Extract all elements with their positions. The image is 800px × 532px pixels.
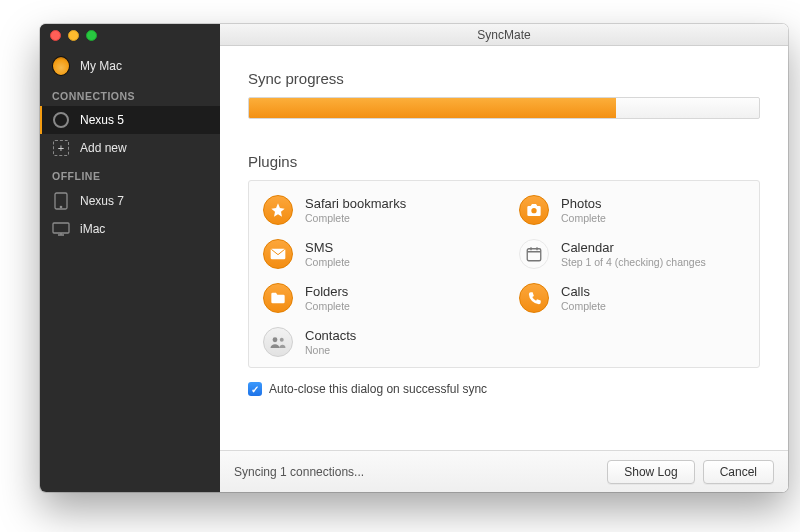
sync-progress-title: Sync progress bbox=[248, 70, 760, 87]
plugin-status: Complete bbox=[561, 300, 606, 312]
autoclose-checkbox[interactable]: ✓ bbox=[248, 382, 262, 396]
plugin-name: Calendar bbox=[561, 240, 706, 255]
maximize-window-button[interactable] bbox=[86, 30, 97, 41]
footer-status: Syncing 1 connections... bbox=[234, 465, 364, 479]
camera-icon bbox=[519, 195, 549, 225]
tablet-icon bbox=[52, 192, 70, 210]
content: Sync progress Plugins Safari bookmarksCo… bbox=[220, 46, 788, 450]
plugin-name: Photos bbox=[561, 196, 606, 211]
plugin-status: None bbox=[305, 344, 356, 356]
desktop-icon bbox=[52, 222, 70, 236]
sync-ring-icon bbox=[52, 112, 70, 128]
window-title: SyncMate bbox=[477, 28, 530, 42]
cancel-button[interactable]: Cancel bbox=[703, 460, 774, 484]
autoclose-row[interactable]: ✓ Auto-close this dialog on successful s… bbox=[248, 382, 760, 396]
avatar-icon bbox=[52, 56, 70, 76]
folder-icon bbox=[263, 283, 293, 313]
plugin-name: Contacts bbox=[305, 328, 356, 343]
sidebar-header-connections: CONNECTIONS bbox=[40, 82, 220, 106]
plugins-box: Safari bookmarksCompletePhotosCompleteSM… bbox=[248, 180, 760, 368]
sidebar-item-label: Nexus 7 bbox=[80, 194, 124, 208]
contacts-icon bbox=[263, 327, 293, 357]
app-window: My Mac CONNECTIONS Nexus 5 + Add new OFF… bbox=[40, 24, 788, 492]
close-window-button[interactable] bbox=[50, 30, 61, 41]
star-icon bbox=[263, 195, 293, 225]
plugin-name: SMS bbox=[305, 240, 350, 255]
title-bar: SyncMate bbox=[220, 24, 788, 46]
svg-rect-5 bbox=[527, 249, 541, 261]
plugin-item[interactable]: Safari bookmarksComplete bbox=[263, 195, 489, 225]
window-controls bbox=[40, 24, 220, 46]
autoclose-label: Auto-close this dialog on successful syn… bbox=[269, 382, 487, 396]
plugin-item[interactable]: CallsComplete bbox=[519, 283, 745, 313]
sidebar-item-label: Nexus 5 bbox=[80, 113, 124, 127]
sidebar-header-offline: OFFLINE bbox=[40, 162, 220, 186]
sidebar-item-mymac[interactable]: My Mac bbox=[40, 46, 220, 82]
svg-point-6 bbox=[273, 337, 278, 342]
calendar-icon bbox=[519, 239, 549, 269]
svg-rect-2 bbox=[53, 223, 69, 233]
svg-point-7 bbox=[280, 338, 284, 342]
plugin-status: Complete bbox=[561, 212, 606, 224]
plugin-status: Complete bbox=[305, 256, 350, 268]
sidebar-item-label: My Mac bbox=[80, 59, 122, 73]
progress-fill bbox=[249, 98, 616, 118]
sidebar-item-nexus7[interactable]: Nexus 7 bbox=[40, 186, 220, 216]
plus-icon: + bbox=[52, 140, 70, 156]
plugin-item[interactable]: FoldersComplete bbox=[263, 283, 489, 313]
sidebar-item-imac[interactable]: iMac bbox=[40, 216, 220, 242]
svg-point-3 bbox=[531, 208, 536, 213]
plugin-name: Safari bookmarks bbox=[305, 196, 406, 211]
plugins-title: Plugins bbox=[248, 153, 760, 170]
plugin-status: Complete bbox=[305, 300, 350, 312]
mail-icon bbox=[263, 239, 293, 269]
sidebar-item-label: Add new bbox=[80, 141, 127, 155]
plugin-name: Calls bbox=[561, 284, 606, 299]
plugin-status: Complete bbox=[305, 212, 406, 224]
phone-icon bbox=[519, 283, 549, 313]
sidebar: My Mac CONNECTIONS Nexus 5 + Add new OFF… bbox=[40, 24, 220, 492]
show-log-button[interactable]: Show Log bbox=[607, 460, 694, 484]
progress-bar bbox=[248, 97, 760, 119]
minimize-window-button[interactable] bbox=[68, 30, 79, 41]
plugin-item[interactable]: CalendarStep 1 of 4 (checking) changes bbox=[519, 239, 745, 269]
plugin-item[interactable]: ContactsNone bbox=[263, 327, 489, 357]
main-panel: SyncMate Sync progress Plugins Safari bo… bbox=[220, 24, 788, 492]
plugin-item[interactable]: PhotosComplete bbox=[519, 195, 745, 225]
plugin-name: Folders bbox=[305, 284, 350, 299]
sidebar-item-label: iMac bbox=[80, 222, 105, 236]
sidebar-item-nexus5[interactable]: Nexus 5 bbox=[40, 106, 220, 134]
footer: Syncing 1 connections... Show Log Cancel bbox=[220, 450, 788, 492]
plugin-status: Step 1 of 4 (checking) changes bbox=[561, 256, 706, 268]
plugin-item[interactable]: SMSComplete bbox=[263, 239, 489, 269]
svg-point-1 bbox=[60, 206, 61, 207]
sidebar-item-addnew[interactable]: + Add new bbox=[40, 134, 220, 162]
